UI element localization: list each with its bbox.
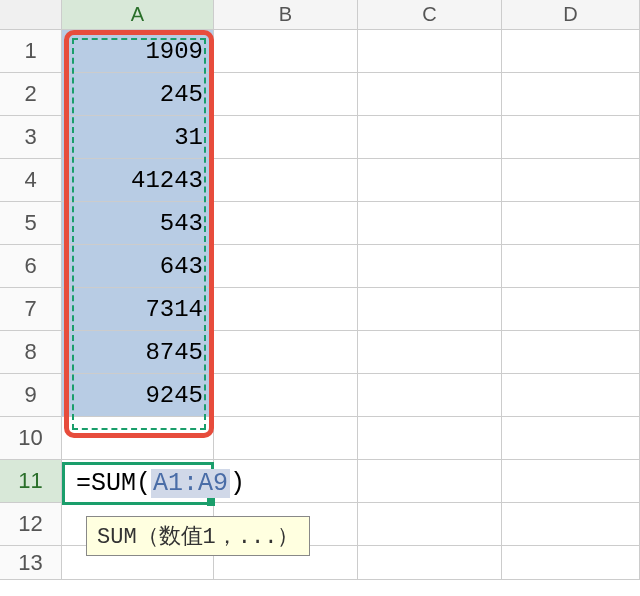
row-3: 3 31 <box>0 116 640 159</box>
cell-b2[interactable] <box>214 73 358 116</box>
column-header-c[interactable]: C <box>358 0 502 30</box>
formula-prefix: =SUM( <box>76 469 151 498</box>
cell-b3[interactable] <box>214 116 358 159</box>
row-7: 7 7314 <box>0 288 640 331</box>
cell-b8[interactable] <box>214 331 358 374</box>
cell-d13[interactable] <box>502 546 640 580</box>
cell-a6[interactable]: 643 <box>62 245 214 288</box>
cell-b5[interactable] <box>214 202 358 245</box>
cell-d2[interactable] <box>502 73 640 116</box>
cell-d5[interactable] <box>502 202 640 245</box>
select-all-corner[interactable] <box>0 0 62 30</box>
row-header-1[interactable]: 1 <box>0 30 62 73</box>
row-4: 4 41243 <box>0 159 640 202</box>
cell-a5[interactable]: 543 <box>62 202 214 245</box>
row-10: 10 <box>0 417 640 460</box>
row-header-10[interactable]: 10 <box>0 417 62 460</box>
cell-a3[interactable]: 31 <box>62 116 214 159</box>
cell-d7[interactable] <box>502 288 640 331</box>
cell-a1[interactable]: 1909 <box>62 30 214 73</box>
cell-d1[interactable] <box>502 30 640 73</box>
row-header-11[interactable]: 11 <box>0 460 62 503</box>
cell-c5[interactable] <box>358 202 502 245</box>
cell-d3[interactable] <box>502 116 640 159</box>
row-header-4[interactable]: 4 <box>0 159 62 202</box>
cell-d12[interactable] <box>502 503 640 546</box>
cell-c7[interactable] <box>358 288 502 331</box>
row-2: 2 245 <box>0 73 640 116</box>
column-header-b[interactable]: B <box>214 0 358 30</box>
cell-c11[interactable] <box>358 460 502 503</box>
cell-b9[interactable] <box>214 374 358 417</box>
cell-c4[interactable] <box>358 159 502 202</box>
row-8: 8 8745 <box>0 331 640 374</box>
cell-b1[interactable] <box>214 30 358 73</box>
cell-d10[interactable] <box>502 417 640 460</box>
row-9: 9 9245 <box>0 374 640 417</box>
row-5: 5 543 <box>0 202 640 245</box>
cell-c2[interactable] <box>358 73 502 116</box>
formula-reference: A1:A9 <box>151 469 230 498</box>
row-header-8[interactable]: 8 <box>0 331 62 374</box>
cell-c13[interactable] <box>358 546 502 580</box>
column-header-a[interactable]: A <box>62 0 214 30</box>
cell-b7[interactable] <box>214 288 358 331</box>
cell-a8[interactable]: 8745 <box>62 331 214 374</box>
cell-c9[interactable] <box>358 374 502 417</box>
cell-a2[interactable]: 245 <box>62 73 214 116</box>
function-tooltip: SUM（数值1，...） <box>86 516 310 556</box>
row-header-12[interactable]: 12 <box>0 503 62 546</box>
cell-a7[interactable]: 7314 <box>62 288 214 331</box>
column-header-d[interactable]: D <box>502 0 640 30</box>
cell-c1[interactable] <box>358 30 502 73</box>
column-headers-row: A B C D <box>0 0 640 30</box>
cell-d9[interactable] <box>502 374 640 417</box>
row-1: 1 1909 <box>0 30 640 73</box>
formula-suffix: ) <box>230 469 245 498</box>
cell-c12[interactable] <box>358 503 502 546</box>
formula-input[interactable]: =SUM(A1:A9) <box>76 469 245 498</box>
row-6: 6 643 <box>0 245 640 288</box>
cell-a9[interactable]: 9245 <box>62 374 214 417</box>
cell-d6[interactable] <box>502 245 640 288</box>
row-header-6[interactable]: 6 <box>0 245 62 288</box>
cell-b10[interactable] <box>214 417 358 460</box>
cell-b4[interactable] <box>214 159 358 202</box>
cell-d8[interactable] <box>502 331 640 374</box>
row-header-5[interactable]: 5 <box>0 202 62 245</box>
cell-d4[interactable] <box>502 159 640 202</box>
cell-a10[interactable] <box>62 417 214 460</box>
spreadsheet: A B C D 1 1909 2 245 3 31 4 41243 5 543 <box>0 0 640 596</box>
cell-c3[interactable] <box>358 116 502 159</box>
cell-c6[interactable] <box>358 245 502 288</box>
cell-b6[interactable] <box>214 245 358 288</box>
cell-d11[interactable] <box>502 460 640 503</box>
row-header-7[interactable]: 7 <box>0 288 62 331</box>
row-header-2[interactable]: 2 <box>0 73 62 116</box>
cell-c10[interactable] <box>358 417 502 460</box>
row-header-13[interactable]: 13 <box>0 546 62 580</box>
cell-c8[interactable] <box>358 331 502 374</box>
row-header-3[interactable]: 3 <box>0 116 62 159</box>
row-header-9[interactable]: 9 <box>0 374 62 417</box>
cell-a4[interactable]: 41243 <box>62 159 214 202</box>
